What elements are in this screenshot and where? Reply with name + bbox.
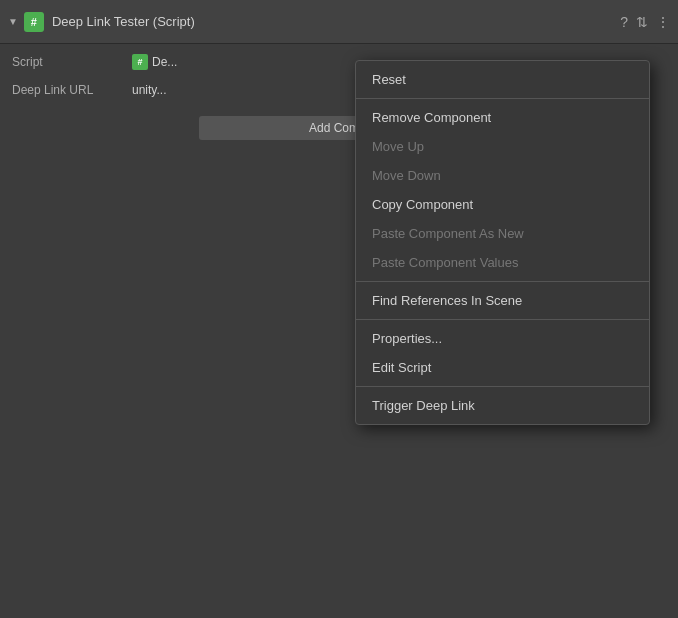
script-value: # De... bbox=[132, 54, 177, 70]
menu-item-remove-component[interactable]: Remove Component bbox=[356, 103, 649, 132]
menu-separator-6 bbox=[356, 281, 649, 282]
menu-item-edit-script[interactable]: Edit Script bbox=[356, 353, 649, 382]
component-title: Deep Link Tester (Script) bbox=[52, 14, 620, 29]
menu-separator-7 bbox=[356, 319, 649, 320]
menu-item-reset[interactable]: Reset bbox=[356, 65, 649, 94]
menu-item-find-references-in-scene[interactable]: Find References In Scene bbox=[356, 286, 649, 315]
help-icon[interactable]: ? bbox=[620, 14, 628, 30]
menu-separator-9 bbox=[356, 386, 649, 387]
collapse-arrow-icon[interactable]: ▼ bbox=[8, 16, 18, 27]
script-filename: De... bbox=[152, 55, 177, 69]
menu-item-trigger-deep-link[interactable]: Trigger Deep Link bbox=[356, 391, 649, 420]
deep-link-url-label: Deep Link URL bbox=[12, 83, 132, 97]
script-tag-icon: # bbox=[132, 54, 148, 70]
inspector-panel: ▼ # Deep Link Tester (Script) ? ⇅ ⋮ Scri… bbox=[0, 0, 678, 618]
component-header: ▼ # Deep Link Tester (Script) ? ⇅ ⋮ bbox=[0, 0, 678, 44]
context-menu: ResetRemove ComponentMove UpMove DownCop… bbox=[355, 60, 650, 425]
menu-item-paste-component-values: Paste Component Values bbox=[356, 248, 649, 277]
menu-item-properties[interactable]: Properties... bbox=[356, 324, 649, 353]
settings-icon[interactable]: ⇅ bbox=[636, 14, 648, 30]
deep-link-url-value[interactable]: unity... bbox=[132, 83, 166, 97]
menu-separator-0 bbox=[356, 98, 649, 99]
menu-item-copy-component[interactable]: Copy Component bbox=[356, 190, 649, 219]
script-icon: # bbox=[24, 12, 44, 32]
menu-item-paste-component-as-new: Paste Component As New bbox=[356, 219, 649, 248]
script-label: Script bbox=[12, 55, 132, 69]
menu-item-move-down: Move Down bbox=[356, 161, 649, 190]
menu-item-move-up: Move Up bbox=[356, 132, 649, 161]
more-icon[interactable]: ⋮ bbox=[656, 14, 670, 30]
header-icons: ? ⇅ ⋮ bbox=[620, 14, 670, 30]
